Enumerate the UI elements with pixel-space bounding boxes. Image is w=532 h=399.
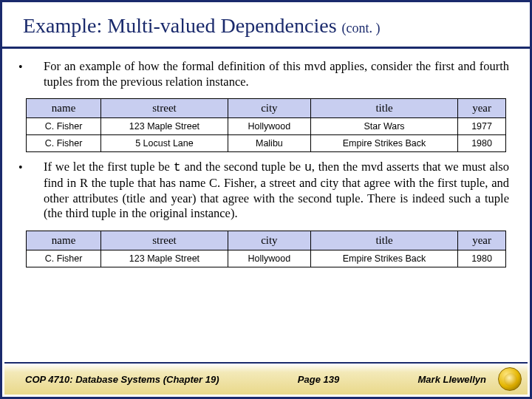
cell: 123 Maple Street — [101, 250, 228, 267]
table-header-row: name street city title year — [27, 231, 506, 250]
b2-var-t: t — [174, 160, 181, 174]
cell: Empire Strikes Back — [310, 250, 457, 267]
title-cont: (cont. ) — [342, 21, 381, 35]
col-street: street — [101, 99, 228, 118]
col-year: year — [458, 231, 506, 250]
title-bar: Example: Multi-valued Dependencies (cont… — [2, 2, 530, 49]
cell: Hollywood — [228, 250, 310, 267]
cell: C. Fisher — [27, 135, 101, 152]
col-title: title — [310, 99, 457, 118]
slide-title: Example: Multi-valued Dependencies (cont… — [23, 14, 509, 38]
col-year: year — [458, 99, 506, 118]
cell: C. Fisher — [27, 118, 101, 135]
table-header-row: name street city title year — [27, 99, 506, 118]
bullet-marker: • — [18, 160, 44, 222]
col-city: city — [228, 99, 310, 118]
bullet-1: • For an example of how the formal defin… — [18, 59, 514, 89]
cell: 5 Locust Lane — [101, 135, 228, 152]
cell: 1977 — [458, 118, 506, 135]
b2-pre: If we let the first tuple be — [44, 160, 174, 174]
col-name: name — [27, 231, 101, 250]
cell: 1980 — [458, 250, 506, 267]
cell: C. Fisher — [27, 250, 101, 267]
content-area: • For an example of how the formal defin… — [2, 49, 530, 397]
bullet-2-text: If we let the first tuple be t and the s… — [44, 160, 514, 222]
cell: 123 Maple Street — [101, 118, 228, 135]
ucf-logo-icon — [498, 367, 522, 391]
cell: Star Wars — [310, 118, 457, 135]
b2-mid1: and the second tuple be — [181, 160, 304, 174]
col-title: title — [310, 231, 457, 250]
col-name: name — [27, 99, 101, 118]
table-row: C. Fisher 5 Locust Lane Malibu Empire St… — [27, 135, 506, 152]
cell: Empire Strikes Back — [310, 135, 457, 152]
cell: Malibu — [228, 135, 310, 152]
slide: Example: Multi-valued Dependencies (cont… — [0, 0, 532, 399]
b2-var-u: u — [304, 160, 312, 174]
footer: COP 4710: Database Systems (Chapter 19) … — [4, 362, 528, 395]
bullet-marker: • — [18, 59, 44, 89]
cell: 1980 — [458, 135, 506, 152]
table-2: name street city title year C. Fisher 12… — [26, 231, 506, 267]
col-street: street — [101, 231, 228, 250]
table-row: C. Fisher 123 Maple Street Hollywood Emp… — [27, 250, 506, 267]
bullet-2: • If we let the first tuple be t and the… — [18, 160, 514, 222]
title-main: Example: Multi-valued Dependencies — [23, 14, 342, 37]
col-city: city — [228, 231, 310, 250]
bullet-1-text: For an example of how the formal definit… — [44, 59, 514, 89]
footer-left: COP 4710: Database Systems (Chapter 19) — [12, 374, 219, 385]
cell: Hollywood — [228, 118, 310, 135]
footer-center: Page 139 — [219, 374, 418, 385]
table-1: name street city title year C. Fisher 12… — [26, 98, 506, 152]
table-row: C. Fisher 123 Maple Street Hollywood Sta… — [27, 118, 506, 135]
